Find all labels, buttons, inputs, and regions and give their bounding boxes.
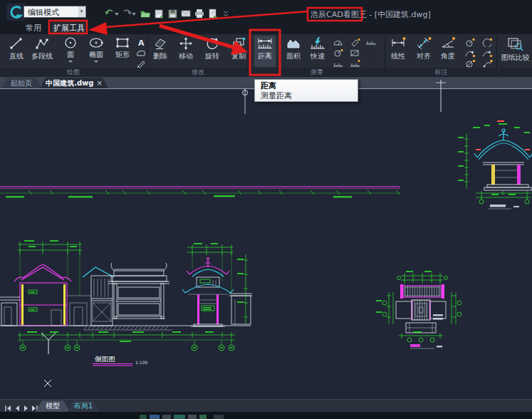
mail-icon[interactable] (180, 8, 192, 19)
quick-measure-button[interactable]: 快速 (307, 36, 328, 67)
ribbon-group-dimension: 线性 对齐 角度 标注 (386, 34, 496, 77)
ribbon: 直线 多段线 圆 椭圆 矩形 A (0, 34, 532, 78)
next-layout-icon[interactable] (22, 402, 30, 410)
taskbar-sliver (0, 412, 532, 419)
ribbon-group-measure: 距离 面积 快速 测量 (249, 34, 385, 77)
erase-button[interactable]: 删除 (150, 36, 171, 67)
ribbon-separator (147, 36, 147, 76)
sketch-pencil-icon[interactable] (135, 58, 147, 67)
ellipse-button[interactable]: 椭圆 (85, 36, 107, 67)
aligned-dim-button[interactable]: 对齐 (413, 36, 434, 67)
tab-common[interactable]: 常用 (20, 22, 47, 34)
measure-entity-mini-icon[interactable] (333, 47, 345, 56)
open-file-icon[interactable] (140, 8, 151, 19)
section-drawing: 侧面图 1:100 (0, 240, 252, 387)
svg-text:A: A (138, 38, 145, 47)
window-title-doc: [中国建筑.dwg] (372, 10, 431, 19)
tab-layout1[interactable]: 布局1 (67, 400, 100, 412)
drawing-compare-button[interactable]: 图纸比较 (499, 36, 531, 67)
app-logo-icon (6, 4, 25, 21)
window-title: 浩辰CAD看图王 - [中国建筑.dwg] (311, 9, 431, 20)
measure-ruler-mini-icon[interactable] (365, 36, 377, 46)
radius-dim-mini-icon[interactable] (464, 36, 476, 46)
toolbar-more-icon[interactable] (222, 8, 234, 19)
save-new-icon[interactable] (153, 8, 165, 19)
measure-total-mini-icon[interactable] (350, 58, 362, 67)
copy-button[interactable]: 复制 (228, 36, 249, 67)
rotated-dim-mini-icon[interactable] (481, 36, 494, 46)
tab-start-page[interactable]: 起始页 (1, 78, 41, 88)
tab-current-drawing[interactable]: 中国建筑.dwg× (40, 78, 108, 88)
point-marker (44, 380, 51, 387)
ellipse-icon (88, 36, 104, 49)
ribbon-tab-row: 常用 扩展工具 (0, 21, 532, 34)
measure-rect-mini-icon[interactable] (350, 47, 362, 56)
save-icon[interactable] (167, 8, 178, 19)
export-icon[interactable] (207, 8, 219, 19)
tooltip-description: 测量距离 (261, 91, 352, 100)
tab-extend-tools[interactable]: 扩展工具 (51, 22, 87, 34)
line-icon (9, 36, 24, 51)
erase-icon (152, 36, 168, 51)
circle-icon (63, 36, 78, 49)
area-button[interactable]: 面积 (283, 36, 304, 67)
quick-measure-icon (309, 36, 326, 51)
ribbon-separator (385, 36, 385, 76)
ribbon-group-compare: 图纸比较 (499, 34, 532, 77)
move-button[interactable]: 移动 (175, 36, 197, 67)
measure-coord-mini-icon[interactable] (333, 58, 345, 67)
tab-model[interactable]: 模型 (36, 400, 70, 412)
rotate-button[interactable]: 旋转 (202, 36, 223, 67)
section-title: 侧面图 (95, 355, 115, 363)
first-layout-icon[interactable] (4, 402, 12, 410)
cad-canvas[interactable]: 立面图 1:100 (0, 89, 532, 399)
area-icon (285, 36, 302, 51)
distance-icon (256, 36, 273, 51)
copy-icon (231, 36, 246, 51)
undo-caret-icon[interactable] (114, 8, 120, 19)
polyline-icon (34, 36, 50, 51)
distance-button[interactable]: 距离 (254, 36, 276, 67)
arc-dim-mini-icon[interactable] (464, 47, 476, 56)
ribbon-group-modify: 删除 移动 旋转 复制 修改 (148, 34, 248, 77)
ellipse-caret-icon[interactable] (94, 61, 98, 63)
ucs-icon (41, 333, 56, 354)
print-icon[interactable] (194, 8, 205, 19)
revision-cloud-icon[interactable] (135, 47, 147, 56)
distance-tooltip: 距离 测量距离 (254, 79, 358, 102)
aligned-dim-icon (416, 36, 432, 51)
title-bar: 编辑模式 ▾ 浩辰CAD看图王 - [中国建筑.dwg] (0, 0, 532, 21)
angle-dim-button[interactable]: 角度 (437, 36, 459, 67)
window-title-brand: 浩辰CAD看图王 - (311, 10, 372, 19)
section-scale: 1:100 (135, 360, 147, 365)
tooltip-title: 距离 (261, 81, 352, 91)
jogged-dim-mini-icon[interactable] (481, 47, 494, 56)
diameter-dim-mini-icon[interactable] (464, 58, 476, 67)
measure-diag-mini-icon[interactable] (350, 36, 362, 46)
group-label-modify: 修改 (148, 68, 248, 77)
text-tool-icon[interactable]: A (135, 36, 147, 46)
circle-button[interactable]: 圆 (60, 36, 81, 67)
circle-caret-icon[interactable] (68, 61, 73, 63)
app-window: 编辑模式 ▾ 浩辰CAD看图王 - [中国建筑.dwg] 常用 (0, 0, 532, 419)
ribbon-separator (496, 36, 497, 76)
prev-layout-icon[interactable] (14, 402, 21, 410)
leader-dim-mini-icon[interactable] (481, 58, 494, 67)
group-label-compare (499, 68, 532, 77)
linear-dim-button[interactable]: 线性 (387, 36, 409, 67)
rectangle-button[interactable]: 矩形 (111, 36, 134, 67)
group-label-dimension: 标注 (386, 68, 496, 77)
line-button[interactable]: 直线 (6, 36, 27, 67)
polyline-button[interactable]: 多段线 (31, 36, 53, 67)
mode-select-caret-icon[interactable]: ▾ (78, 6, 85, 17)
status-bar: 模型 布局1 (0, 399, 532, 412)
rotate-icon (204, 36, 220, 51)
close-tab-icon[interactable]: × (96, 79, 102, 87)
group-label-measure: 测量 (249, 68, 385, 77)
measure-angle-mini-icon[interactable] (333, 36, 345, 46)
redo-caret-icon[interactable] (131, 8, 137, 19)
mode-select[interactable]: 编辑模式 (24, 6, 86, 18)
linear-dim-icon (390, 36, 406, 51)
cad-drawing: 立面图 1:100 (0, 89, 532, 399)
angle-dim-icon (440, 36, 456, 51)
